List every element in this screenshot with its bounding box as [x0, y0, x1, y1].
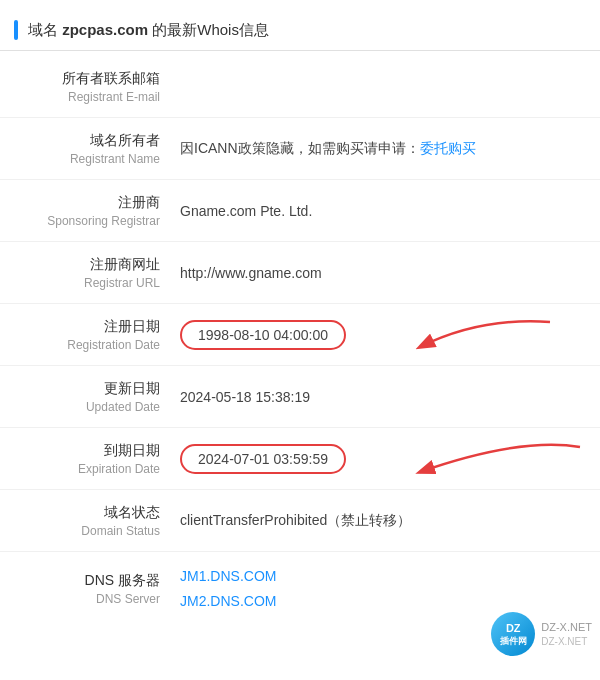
label-registrant-email: 所有者联系邮箱 Registrant E-mail	[20, 70, 180, 104]
registration-date-arrow-container: 1998-08-10 04:00:00	[180, 320, 580, 350]
label-registrar-url: 注册商网址 Registrar URL	[20, 256, 180, 290]
label-zh-registrant-email: 所有者联系邮箱	[20, 70, 160, 88]
label-en-dns-server: DNS Server	[20, 592, 160, 606]
label-en-domain-status: Domain Status	[20, 524, 160, 538]
watermark-logo: DZ 插件网	[491, 612, 535, 656]
page-container: 域名 zpcpas.com 的最新Whois信息 所有者联系邮箱 Registr…	[0, 0, 600, 680]
value-registrar-url: http://www.gname.com	[180, 265, 580, 281]
registration-date-circled: 1998-08-10 04:00:00	[180, 320, 346, 350]
label-en-registrar: Sponsoring Registrar	[20, 214, 160, 228]
value-registration-date: 1998-08-10 04:00:00	[180, 320, 580, 350]
label-zh-expiration-date: 到期日期	[20, 442, 160, 460]
row-registrant-name: 域名所有者 Registrant Name 因ICANN政策隐藏，如需购买请申请…	[0, 118, 600, 180]
info-table: 所有者联系邮箱 Registrant E-mail 域名所有者 Registra…	[0, 56, 600, 664]
label-expiration-date: 到期日期 Expiration Date	[20, 442, 180, 476]
value-expiration-date: 2024-07-01 03:59:59	[180, 444, 580, 474]
title-prefix: 域名	[28, 21, 58, 38]
title-accent-bar	[14, 20, 18, 40]
value-registrar: Gname.com Pte. Ltd.	[180, 203, 580, 219]
row-expiration-date: 到期日期 Expiration Date 2024-07-01 03:59:59	[0, 428, 600, 490]
label-zh-dns-server: DNS 服务器	[20, 572, 160, 590]
expiration-date-text: 2024-07-01 03:59:59	[198, 451, 328, 467]
label-zh-registrar: 注册商	[20, 194, 160, 212]
label-zh-registration-date: 注册日期	[20, 318, 160, 336]
label-domain-status: 域名状态 Domain Status	[20, 504, 180, 538]
label-en-expiration-date: Expiration Date	[20, 462, 160, 476]
label-updated-date: 更新日期 Updated Date	[20, 380, 180, 414]
value-updated-date: 2024-05-18 15:38:19	[180, 389, 580, 405]
label-zh-registrant-name: 域名所有者	[20, 132, 160, 150]
expiration-date-arrow-container: 2024-07-01 03:59:59	[180, 444, 580, 474]
label-zh-updated-date: 更新日期	[20, 380, 160, 398]
domain-status-text: clientTransferProhibited（禁止转移）	[180, 512, 411, 528]
registrar-name: Gname.com Pte. Ltd.	[180, 203, 312, 219]
registration-date-text: 1998-08-10 04:00:00	[198, 327, 328, 343]
row-domain-status: 域名状态 Domain Status clientTransferProhibi…	[0, 490, 600, 552]
row-updated-date: 更新日期 Updated Date 2024-05-18 15:38:19	[0, 366, 600, 428]
watermark-logo-line1: DZ	[500, 622, 527, 635]
registration-date-arrow	[360, 312, 560, 372]
entrust-buy-link[interactable]: 委托购买	[420, 140, 476, 156]
row-dns-server: DNS 服务器 DNS Server JM1.DNS.COM JM2.DNS.C…	[0, 552, 600, 664]
label-en-updated-date: Updated Date	[20, 400, 160, 414]
label-registration-date: 注册日期 Registration Date	[20, 318, 180, 352]
dns-server-2: JM2.DNS.COM	[180, 589, 580, 614]
registrar-url-text: http://www.gname.com	[180, 265, 322, 281]
dns-server-1: JM1.DNS.COM	[180, 564, 580, 589]
title-suffix: 的最新Whois信息	[152, 21, 269, 38]
value-registrant-name: 因ICANN政策隐藏，如需购买请申请：委托购买	[180, 140, 580, 158]
expiration-date-circled: 2024-07-01 03:59:59	[180, 444, 346, 474]
watermark-logo-line2: 插件网	[500, 636, 527, 647]
label-en-registration-date: Registration Date	[20, 338, 160, 352]
label-en-registrant-name: Registrant Name	[20, 152, 160, 166]
watermark-site-2: DZ-X.NET	[541, 635, 592, 649]
domain-name: zpcpas.com	[62, 21, 148, 38]
label-registrant-name: 域名所有者 Registrant Name	[20, 132, 180, 166]
value-dns-server: JM1.DNS.COM JM2.DNS.COM	[180, 564, 580, 614]
label-zh-domain-status: 域名状态	[20, 504, 160, 522]
row-registration-date: 注册日期 Registration Date 1998-08-10 04:00:…	[0, 304, 600, 366]
row-registrar: 注册商 Sponsoring Registrar Gname.com Pte. …	[0, 180, 600, 242]
label-registrar: 注册商 Sponsoring Registrar	[20, 194, 180, 228]
title-bar: 域名 zpcpas.com 的最新Whois信息	[0, 10, 600, 51]
watermark-site: DZ-X.NET	[541, 620, 592, 635]
registrant-name-text: 因ICANN政策隐藏，如需购买请申请：	[180, 140, 420, 156]
row-registrar-url: 注册商网址 Registrar URL http://www.gname.com	[0, 242, 600, 304]
value-domain-status: clientTransferProhibited（禁止转移）	[180, 512, 580, 530]
row-registrant-email: 所有者联系邮箱 Registrant E-mail	[0, 56, 600, 118]
label-en-registrant-email: Registrant E-mail	[20, 90, 160, 104]
watermark: DZ 插件网 DZ-X.NET DZ-X.NET	[491, 612, 592, 656]
page-title: 域名 zpcpas.com 的最新Whois信息	[28, 21, 269, 40]
label-en-registrar-url: Registrar URL	[20, 276, 160, 290]
label-dns-server: DNS 服务器 DNS Server	[20, 572, 180, 606]
updated-date-text: 2024-05-18 15:38:19	[180, 389, 310, 405]
label-zh-registrar-url: 注册商网址	[20, 256, 160, 274]
watermark-text-block: DZ-X.NET DZ-X.NET	[541, 620, 592, 649]
